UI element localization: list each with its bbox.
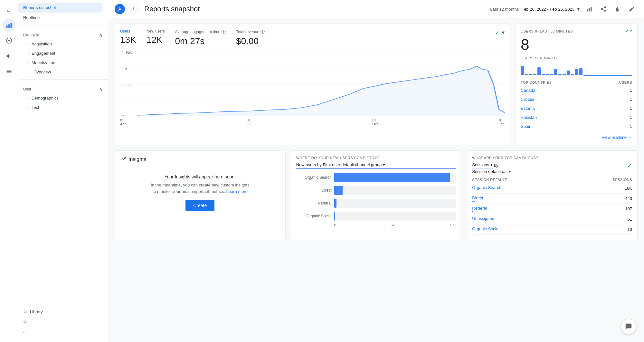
svg-text:1.5K: 1.5K bbox=[121, 52, 133, 55]
edit-toolbar-btn[interactable] bbox=[626, 3, 638, 15]
learn-more-link[interactable]: Learn more bbox=[226, 189, 248, 194]
mini-bar-8 bbox=[550, 74, 553, 75]
date-range-selector[interactable]: Last 12 months Feb 26, 2022 - Feb 26, 20… bbox=[490, 6, 580, 12]
mini-bar-7 bbox=[546, 74, 549, 75]
campaigns-check-icon: ✓ bbox=[627, 162, 632, 169]
view-realtime-link[interactable]: View realtime → bbox=[521, 135, 632, 140]
horizontal-bar-chart: Organic Search Direct Referral bbox=[296, 173, 456, 227]
country-name-canada[interactable]: Canada bbox=[521, 88, 535, 93]
main-content: A + Reports snapshot Last 12 months Feb … bbox=[108, 0, 644, 342]
user-section[interactable]: User ∧ bbox=[18, 82, 108, 93]
demographics-nav-item[interactable]: › Demographics bbox=[18, 93, 108, 103]
session-bar-organic-search bbox=[472, 191, 501, 191]
page-title: Reports snapshot bbox=[144, 5, 486, 13]
date-range-text: Feb 26, 2022 - Feb 26, 2023 bbox=[521, 7, 574, 12]
home-nav-icon[interactable]: ⌂ bbox=[3, 3, 15, 16]
axis-5k: 5K bbox=[391, 223, 395, 227]
settings-nav-item[interactable]: ⚙ bbox=[18, 317, 108, 327]
session-count-organic-search: 16K bbox=[625, 186, 632, 191]
session-count-unassigned: 61 bbox=[628, 217, 632, 222]
country-name-pakistan[interactable]: Pakistan bbox=[521, 115, 537, 120]
country-row-croatia: Croatia 1 bbox=[521, 95, 632, 104]
overview-label: Overview bbox=[33, 70, 51, 74]
country-row-canada: Canada 1 bbox=[521, 86, 632, 95]
mini-bar-9 bbox=[554, 69, 557, 75]
country-name-estonia[interactable]: Estonia bbox=[521, 106, 535, 111]
insights-header: Insights bbox=[120, 156, 280, 163]
share-toolbar-btn[interactable] bbox=[598, 3, 609, 15]
total-revenue-metric: Total revenue ⓘ $0.00 bbox=[236, 29, 265, 46]
reports-snapshot-nav-item[interactable]: Reports snapshot bbox=[18, 3, 103, 13]
avatar[interactable]: A bbox=[115, 4, 125, 14]
session-name-unassigned[interactable]: Unassigned bbox=[472, 216, 494, 222]
campaigns-card: WHAT ARE YOUR TOP CAMPAIGNS? Sessions ▾ … bbox=[467, 150, 638, 240]
collapse-icon: ‹ bbox=[23, 329, 24, 334]
advertising-nav-icon[interactable] bbox=[3, 50, 15, 62]
acquisition-label: Acquisition bbox=[32, 42, 52, 46]
insights-body-title: Your Insights will appear here soon. bbox=[120, 174, 280, 179]
h-bar-row-organic-social: Organic Social bbox=[296, 212, 456, 221]
acquisition-nav-item[interactable]: › Acquisition bbox=[18, 39, 108, 49]
configure-nav-icon[interactable] bbox=[3, 65, 15, 78]
new-users-selector[interactable]: New users by First user default channel … bbox=[296, 162, 456, 169]
country-name-croatia[interactable]: Croatia bbox=[521, 97, 534, 102]
h-bar-track-organic-social bbox=[334, 212, 456, 221]
realtime-nav-item[interactable]: Realtime bbox=[18, 13, 108, 23]
new-users-metric-value: 12K bbox=[147, 35, 165, 45]
monetization-nav-item[interactable]: › Monetization bbox=[18, 58, 108, 67]
library-label: Library bbox=[30, 309, 43, 314]
mini-chart-line bbox=[583, 75, 632, 76]
insights-body: Your Insights will appear here soon. In … bbox=[120, 168, 280, 218]
session-default-dropdown-icon[interactable]: ▾ bbox=[509, 169, 511, 174]
session-name-direct[interactable]: Direct bbox=[472, 195, 483, 202]
acquisition-chevron: › bbox=[28, 42, 30, 46]
svg-rect-6 bbox=[589, 8, 590, 12]
library-nav-item[interactable]: 🗂 Library bbox=[18, 307, 108, 317]
tech-nav-item[interactable]: › Tech bbox=[18, 103, 108, 112]
session-name-organic-social[interactable]: Organic Social bbox=[472, 226, 499, 233]
mini-bar-1 bbox=[521, 66, 524, 75]
sessions-selector[interactable]: Sessions ▾ by Session default c... ▾ bbox=[472, 162, 511, 174]
session-name-organic-search[interactable]: Organic Search bbox=[472, 185, 501, 191]
settings-icon: ⚙ bbox=[23, 319, 27, 324]
reports-nav-icon[interactable] bbox=[3, 19, 15, 32]
mini-bar-10 bbox=[558, 74, 562, 75]
chart-label-jul: 01Jul bbox=[247, 118, 251, 126]
sessions-col-label: SESSIONS bbox=[613, 178, 632, 182]
engagement-nav-item[interactable]: › Engagement bbox=[18, 49, 108, 58]
collapse-nav-btn[interactable]: ‹ bbox=[18, 327, 108, 337]
mini-bar-3 bbox=[529, 74, 532, 75]
engagement-label: Engagement bbox=[32, 51, 55, 56]
tech-chevron: › bbox=[28, 105, 30, 110]
axis-0: 0 bbox=[334, 223, 336, 227]
svg-rect-2 bbox=[10, 23, 12, 28]
user-label: User bbox=[23, 87, 31, 91]
demographics-label: Demographics bbox=[32, 96, 59, 100]
users-col-label: USERS bbox=[619, 81, 632, 84]
chart-x-labels: 01Apr 01Jul 01Oct 01Jan bbox=[120, 117, 505, 126]
overview-nav-item[interactable]: Overview bbox=[18, 67, 108, 77]
metric-dropdown-icon[interactable]: ▾ bbox=[502, 29, 505, 36]
session-name-referral[interactable]: Referral bbox=[472, 206, 487, 212]
session-default-label: Session default c... bbox=[472, 169, 507, 174]
svg-text:500: 500 bbox=[121, 83, 131, 87]
country-name-spain[interactable]: Spain bbox=[521, 124, 531, 129]
sessions-table: SESSION DEFAULT ... SESSIONS Organic Sea… bbox=[472, 176, 632, 235]
create-button[interactable]: Create bbox=[185, 200, 214, 211]
add-button[interactable]: + bbox=[129, 5, 138, 14]
country-count-croatia: 1 bbox=[630, 97, 632, 102]
date-dropdown-icon: ▾ bbox=[577, 6, 580, 12]
h-bar-label-referral: Referral bbox=[296, 201, 332, 205]
total-revenue-value: $0.00 bbox=[236, 36, 265, 46]
session-bar-direct bbox=[472, 201, 475, 202]
session-row-unassigned: Unassigned 61 bbox=[472, 214, 632, 224]
lifecycle-section[interactable]: Life cycle ∧ bbox=[18, 28, 108, 39]
chat-button[interactable] bbox=[621, 319, 636, 334]
new-users-metric: New users 12K bbox=[147, 29, 165, 45]
realtime-dropdown-icon[interactable]: ▾ bbox=[630, 29, 632, 33]
realtime-card: USERS IN LAST 30 MINUTES ✓ ▾ 8 USERS PER… bbox=[515, 24, 638, 145]
chart-toolbar-btn[interactable] bbox=[583, 3, 595, 15]
insights-toolbar-btn[interactable] bbox=[612, 3, 623, 15]
explore-nav-icon[interactable] bbox=[3, 34, 15, 47]
h-bar-row-referral: Referral bbox=[296, 199, 456, 208]
